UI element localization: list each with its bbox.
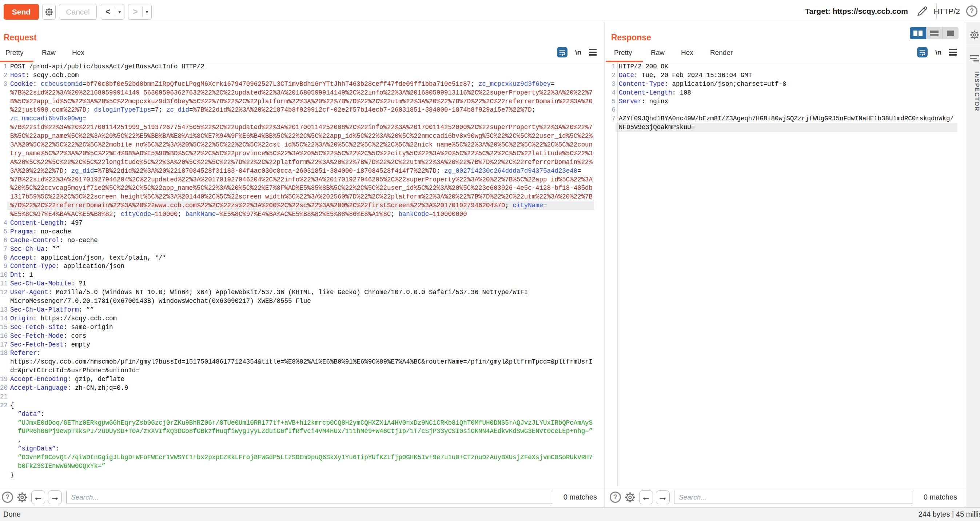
divider [617,62,618,487]
divider [9,62,9,487]
layout-rows-button[interactable] [926,27,943,39]
code-line: B%5C%22app_id%5C%22%3A%20%5C%22mcpcxkuz9… [0,97,594,106]
back-chevron-icon[interactable]: < [101,4,115,19]
line-number: 22 [0,401,7,410]
code-line: 11Sec-Ch-Ua-Mobile: ?1 [0,280,594,288]
forward-chevron-icon[interactable]: > [129,4,142,19]
line-number [0,158,7,167]
code-line: } [0,471,594,480]
inspector-collapse-icon[interactable] [970,55,979,62]
request-editor[interactable]: 1POST /prod-api/public/bussAct/getBussAc… [0,62,594,487]
code-line: ”signData”: [0,445,594,453]
send-button[interactable]: Send [4,4,39,20]
cancel-button[interactable]: Cancel [59,4,97,20]
search-matches-count: 0 matches [924,493,957,501]
code-line: %20%5C%22ccvcag5mqy1f7ie2%5C%22%2C%5C%22… [0,184,594,193]
layout-columns-button[interactable] [910,27,926,39]
request-tabs: Pretty Raw Hex [0,46,605,62]
line-number [0,176,7,184]
search-help-icon[interactable]: ? [610,492,621,503]
tab-pretty[interactable]: Pretty [5,49,24,57]
line-number: 2 [0,71,7,80]
line-number: 6 [0,236,7,245]
search-previous-button[interactable]: ← [31,491,45,504]
active-tab-underline [0,61,33,62]
code-line: 2Date: Tue, 20 Feb 2024 15:36:04 GMT [605,71,958,80]
layout-single-button[interactable] [942,27,959,39]
search-input[interactable] [674,491,912,504]
layout-toggle [910,27,959,39]
code-line: ”data”: [0,410,594,419]
line-number: 3 [0,80,7,89]
request-title: Request [4,33,37,43]
line-number [0,210,7,219]
search-next-button[interactable]: → [48,491,62,504]
line-number: 6 [605,106,616,114]
request-search-bar: ? ← → 0 matches [0,487,605,507]
send-settings-button[interactable] [42,4,56,20]
line-number [0,141,7,149]
line-number [605,123,616,132]
code-line: d=&prvtCtrctId=&usrPhone=&unionId= [0,367,594,375]
line-number [0,202,7,210]
line-number [0,436,7,445]
response-editor[interactable]: 1HTTP/2 200 OK2Date: Tue, 20 Feb 2024 15… [605,62,958,487]
code-line: 20Accept-Language: zh-CN,zh;q=0.9 [0,384,594,393]
line-number [0,445,7,453]
line-number [0,97,7,106]
search-settings-icon[interactable] [16,491,29,504]
search-settings-icon[interactable] [624,491,636,504]
tab-hex[interactable]: Hex [681,49,694,57]
forward-button[interactable]: > ▼ [128,4,152,20]
gear-icon [45,7,54,17]
line-number [0,427,7,436]
response-title: Response [611,33,651,43]
search-help-icon[interactable]: ? [2,492,13,503]
search-next-button[interactable]: → [656,491,670,504]
tab-raw[interactable]: Raw [42,49,56,57]
code-line: %7B%22sid%22%3A%20%221680599914149_56309… [0,89,594,97]
line-number: 13 [0,306,7,315]
line-number [0,471,7,480]
code-line: 9Content-Type: application/json [0,262,594,271]
back-button[interactable]: < ▼ [101,4,124,20]
tab-raw[interactable]: Raw [651,49,665,57]
tab-hex[interactable]: Hex [72,49,84,57]
code-line: 10Dnt: 1 [0,271,594,280]
back-dropdown-caret-icon[interactable]: ▼ [115,4,124,19]
inspector-label[interactable]: INSPECTOR [966,71,980,112]
code-line: 18Referer: [0,349,594,358]
line-number [0,167,7,176]
line-number [0,149,7,158]
response-tabs: Pretty Raw Hex Render [605,46,966,62]
line-number: 5 [0,227,7,236]
response-search-bar: ? ← → 0 matches [605,487,966,507]
forward-dropdown-caret-icon[interactable]: ▼ [143,4,151,19]
line-number: 10 [0,271,7,280]
code-line: 7AZYf09JQhd1BYA0nc49W/bEzm8I/Z3Ageqh7HG8… [605,114,958,123]
tab-render[interactable]: Render [710,49,733,57]
request-panel: Request \n Pretty Raw Hex 1POST / [0,22,605,507]
code-line: https://scqy.ccb.com/hmscmob/pfin/gmyl?b… [0,358,594,367]
line-number: 16 [0,332,7,341]
line-number [0,462,7,471]
tab-pretty[interactable]: Pretty [614,49,632,57]
code-line: 19Accept-Encoding: gzip, deflate [0,375,594,384]
code-line: 4Content-Length: 108 [605,89,958,97]
line-number [0,123,7,132]
help-icon[interactable]: ? [966,5,977,17]
line-number: 15 [0,323,7,332]
line-number [0,367,7,375]
inspector-settings-icon[interactable] [969,29,980,40]
code-line: b0FkZ3SIEnwW6Nw0GQxYk=” [0,462,594,471]
search-input[interactable] [66,491,552,504]
search-previous-button[interactable]: ← [639,491,653,504]
code-line: B%5C%22app_name%5C%22%3A%20%5C%22%E5%BB%… [0,132,594,141]
code-line: %7D%22%2C%22referrerDomain%22%3A%20%22ww… [0,202,594,210]
line-number [0,410,7,419]
status-bar: Done 244 bytes | 45 millis [0,507,980,521]
line-number: 3 [605,80,616,89]
code-line: 3A%20%22%22%7D; zg_did=%7B%22did%22%3A%2… [0,167,594,176]
line-number: 8 [0,254,7,262]
edit-target-button[interactable] [916,5,928,17]
